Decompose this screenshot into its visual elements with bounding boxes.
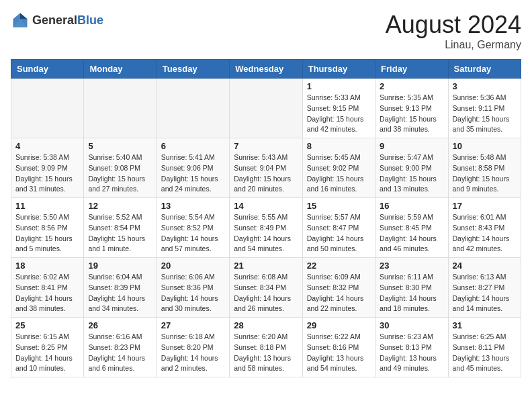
calendar-cell: [230, 79, 302, 138]
calendar-cell: 22 Sunrise: 6:09 AM Sunset: 8:32 PM Dayl…: [302, 258, 375, 318]
logo-general: General: [32, 13, 77, 27]
day-info: Sunrise: 5:47 AM Sunset: 9:00 PM Dayligh…: [380, 152, 443, 195]
calendar-cell: 19 Sunrise: 6:04 AM Sunset: 8:39 PM Dayl…: [84, 258, 157, 318]
day-number: 9: [380, 141, 443, 151]
weekday-header-saturday: Saturday: [448, 60, 521, 79]
logo: GeneralBlue: [11, 11, 103, 30]
day-number: 26: [88, 320, 152, 330]
day-number: 4: [15, 141, 79, 151]
day-number: 16: [380, 201, 443, 211]
day-info: Sunrise: 6:01 AM Sunset: 8:43 PM Dayligh…: [453, 212, 517, 255]
day-number: 3: [453, 81, 517, 91]
calendar-cell: 5 Sunrise: 5:40 AM Sunset: 9:08 PM Dayli…: [84, 138, 157, 198]
calendar-cell: 13 Sunrise: 5:54 AM Sunset: 8:52 PM Dayl…: [157, 198, 229, 258]
logo-blue: Blue: [77, 13, 103, 27]
calendar-table: SundayMondayTuesdayWednesdayThursdayFrid…: [11, 59, 521, 377]
calendar-cell: 4 Sunrise: 5:38 AM Sunset: 9:09 PM Dayli…: [11, 138, 84, 198]
calendar-cell: 23 Sunrise: 6:11 AM Sunset: 8:30 PM Dayl…: [375, 258, 448, 318]
day-info: Sunrise: 6:20 AM Sunset: 8:18 PM Dayligh…: [234, 332, 298, 374]
day-number: 10: [453, 141, 517, 151]
day-number: 13: [161, 201, 225, 211]
calendar-cell: 28 Sunrise: 6:20 AM Sunset: 8:18 PM Dayl…: [230, 318, 302, 377]
day-info: Sunrise: 5:50 AM Sunset: 8:56 PM Dayligh…: [15, 212, 79, 255]
calendar-cell: 26 Sunrise: 6:16 AM Sunset: 8:23 PM Dayl…: [84, 318, 157, 377]
day-info: Sunrise: 6:11 AM Sunset: 8:30 PM Dayligh…: [380, 272, 443, 314]
day-number: 14: [234, 201, 298, 211]
calendar-cell: 1 Sunrise: 5:33 AM Sunset: 9:15 PM Dayli…: [302, 79, 375, 138]
calendar-week-3: 11 Sunrise: 5:50 AM Sunset: 8:56 PM Dayl…: [11, 198, 521, 258]
day-number: 30: [380, 320, 443, 330]
day-info: Sunrise: 6:23 AM Sunset: 8:13 PM Dayligh…: [380, 332, 443, 374]
calendar-cell: 7 Sunrise: 5:43 AM Sunset: 9:04 PM Dayli…: [230, 138, 302, 198]
calendar-cell: 24 Sunrise: 6:13 AM Sunset: 8:27 PM Dayl…: [448, 258, 521, 318]
svg-marker-1: [20, 13, 28, 19]
calendar-cell: [84, 79, 157, 138]
calendar-cell: 14 Sunrise: 5:55 AM Sunset: 8:49 PM Dayl…: [230, 198, 302, 258]
logo-icon: [11, 11, 30, 30]
day-info: Sunrise: 5:45 AM Sunset: 9:02 PM Dayligh…: [307, 152, 371, 195]
calendar-cell: 3 Sunrise: 5:36 AM Sunset: 9:11 PM Dayli…: [448, 79, 521, 138]
day-number: 8: [307, 141, 371, 151]
day-info: Sunrise: 5:57 AM Sunset: 8:47 PM Dayligh…: [307, 212, 371, 255]
day-number: 28: [234, 320, 298, 330]
day-info: Sunrise: 6:15 AM Sunset: 8:25 PM Dayligh…: [15, 332, 79, 374]
calendar-week-2: 4 Sunrise: 5:38 AM Sunset: 9:09 PM Dayli…: [11, 138, 521, 198]
day-number: 11: [15, 201, 79, 211]
day-number: 31: [453, 320, 517, 330]
calendar-cell: 17 Sunrise: 6:01 AM Sunset: 8:43 PM Dayl…: [448, 198, 521, 258]
day-number: 6: [161, 141, 225, 151]
day-number: 27: [161, 320, 225, 330]
title-section: August 2024 Linau, Germany: [386, 11, 521, 51]
weekday-header-friday: Friday: [375, 60, 448, 79]
calendar-cell: 9 Sunrise: 5:47 AM Sunset: 9:00 PM Dayli…: [375, 138, 448, 198]
day-number: 1: [307, 81, 371, 91]
day-info: Sunrise: 6:13 AM Sunset: 8:27 PM Dayligh…: [453, 272, 517, 314]
day-info: Sunrise: 6:06 AM Sunset: 8:36 PM Dayligh…: [161, 272, 225, 314]
logo-text: GeneralBlue: [32, 14, 103, 27]
day-info: Sunrise: 5:52 AM Sunset: 8:54 PM Dayligh…: [88, 212, 152, 255]
day-info: Sunrise: 5:54 AM Sunset: 8:52 PM Dayligh…: [161, 212, 225, 255]
day-info: Sunrise: 6:09 AM Sunset: 8:32 PM Dayligh…: [307, 272, 371, 314]
day-number: 12: [88, 201, 152, 211]
day-info: Sunrise: 6:18 AM Sunset: 8:20 PM Dayligh…: [161, 332, 225, 374]
day-number: 5: [88, 141, 152, 151]
weekday-header-wednesday: Wednesday: [230, 60, 302, 79]
day-number: 19: [88, 261, 152, 271]
day-info: Sunrise: 5:33 AM Sunset: 9:15 PM Dayligh…: [307, 93, 371, 135]
day-info: Sunrise: 6:02 AM Sunset: 8:41 PM Dayligh…: [15, 272, 79, 314]
calendar-cell: 15 Sunrise: 5:57 AM Sunset: 8:47 PM Dayl…: [302, 198, 375, 258]
day-number: 15: [307, 201, 371, 211]
calendar-cell: 20 Sunrise: 6:06 AM Sunset: 8:36 PM Dayl…: [157, 258, 229, 318]
calendar-week-5: 25 Sunrise: 6:15 AM Sunset: 8:25 PM Dayl…: [11, 318, 521, 377]
calendar-cell: 8 Sunrise: 5:45 AM Sunset: 9:02 PM Dayli…: [302, 138, 375, 198]
calendar-cell: 12 Sunrise: 5:52 AM Sunset: 8:54 PM Dayl…: [84, 198, 157, 258]
page-header: GeneralBlue August 2024 Linau, Germany: [11, 11, 521, 51]
day-number: 24: [453, 261, 517, 271]
day-number: 29: [307, 320, 371, 330]
calendar-week-1: 1 Sunrise: 5:33 AM Sunset: 9:15 PM Dayli…: [11, 79, 521, 138]
day-info: Sunrise: 5:40 AM Sunset: 9:08 PM Dayligh…: [88, 152, 152, 195]
day-info: Sunrise: 6:04 AM Sunset: 8:39 PM Dayligh…: [88, 272, 152, 314]
calendar-cell: [11, 79, 84, 138]
weekday-header-tuesday: Tuesday: [157, 60, 229, 79]
day-info: Sunrise: 5:35 AM Sunset: 9:13 PM Dayligh…: [380, 93, 443, 135]
day-info: Sunrise: 5:48 AM Sunset: 8:58 PM Dayligh…: [453, 152, 517, 195]
calendar-cell: 27 Sunrise: 6:18 AM Sunset: 8:20 PM Dayl…: [157, 318, 229, 377]
day-info: Sunrise: 5:41 AM Sunset: 9:06 PM Dayligh…: [161, 152, 225, 195]
calendar-cell: 6 Sunrise: 5:41 AM Sunset: 9:06 PM Dayli…: [157, 138, 229, 198]
day-number: 21: [234, 261, 298, 271]
day-number: 20: [161, 261, 225, 271]
day-info: Sunrise: 6:22 AM Sunset: 8:16 PM Dayligh…: [307, 332, 371, 374]
day-number: 7: [234, 141, 298, 151]
calendar-cell: [157, 79, 229, 138]
day-number: 25: [15, 320, 79, 330]
weekday-header-thursday: Thursday: [302, 60, 375, 79]
day-info: Sunrise: 6:08 AM Sunset: 8:34 PM Dayligh…: [234, 272, 298, 314]
day-number: 17: [453, 201, 517, 211]
day-number: 18: [15, 261, 79, 271]
calendar-cell: 2 Sunrise: 5:35 AM Sunset: 9:13 PM Dayli…: [375, 79, 448, 138]
day-info: Sunrise: 6:25 AM Sunset: 8:11 PM Dayligh…: [453, 332, 517, 374]
calendar-cell: 21 Sunrise: 6:08 AM Sunset: 8:34 PM Dayl…: [230, 258, 302, 318]
calendar-cell: 10 Sunrise: 5:48 AM Sunset: 8:58 PM Dayl…: [448, 138, 521, 198]
calendar-cell: 30 Sunrise: 6:23 AM Sunset: 8:13 PM Dayl…: [375, 318, 448, 377]
